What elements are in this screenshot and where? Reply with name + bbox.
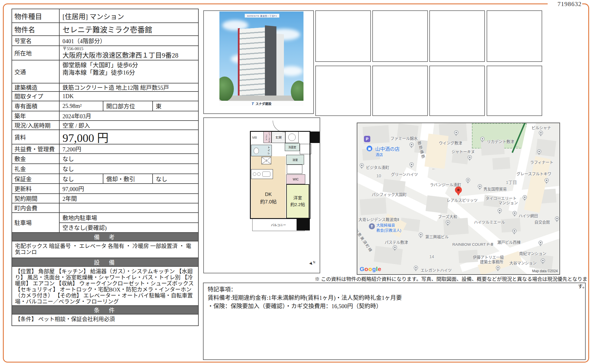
map-poi-pin-icon <box>480 137 485 141</box>
stove-icon <box>257 172 261 176</box>
map-building-block <box>374 246 403 265</box>
side-room <box>300 144 311 154</box>
parking-icon: P <box>364 136 370 142</box>
map-poi-pin-icon <box>544 178 549 182</box>
map-highlight-zone <box>424 134 448 169</box>
dk-label: DK <box>265 192 272 197</box>
table-row: 礼金なし <box>12 164 198 174</box>
map-label: グレースフルトキワ <box>517 171 551 176</box>
building-photo-box: SERENITE 難波西一丁目PJ T スナダ建設 <box>203 10 314 114</box>
photo-placeholder <box>429 10 485 62</box>
row-value-line: 御堂筋線「大国町」徒歩6分 <box>62 61 138 69</box>
building-photo: SERENITE 難波西一丁目PJ <box>219 12 303 101</box>
row-value: 7,200円 <box>60 144 198 153</box>
map-label: 14 <box>429 254 434 259</box>
row-label: 物件種目 <box>12 9 60 22</box>
map-label: ハイツルミエール <box>474 219 505 225</box>
row-label: 物件名 <box>12 23 60 35</box>
map-label: マンション <box>498 200 518 205</box>
builder-logo: T <box>252 102 254 106</box>
map-label: フーズ大和 <box>438 214 457 219</box>
map-building-block <box>426 195 449 214</box>
photo-placeholder <box>315 66 371 116</box>
section-header: 備 考 <box>12 233 198 241</box>
section-text: 【条件】 ペット相談・保証会社利用必須 <box>12 315 198 325</box>
row-cell: 25.98m² <box>60 101 103 111</box>
map: ←←P▣✝ファミール錦水山中酒の店酒店ウイング敷津シャトーキヌビジタル湊町グリー… <box>357 123 560 275</box>
entrance: 玄関 <box>272 132 285 143</box>
row-label: 所在地 <box>12 46 60 60</box>
row-value: セレニテ難波ミラク壱番館 <box>60 23 198 35</box>
row-value: なし <box>60 154 198 163</box>
washer-icon <box>288 134 296 141</box>
bedroom-size-label: 約2.2帖 <box>291 202 305 207</box>
map-poi-pin-icon <box>419 232 423 237</box>
table-row: 間取タイプ1DK <box>12 92 198 101</box>
mb-label: MB <box>252 136 257 139</box>
table-row: 交通御堂筋線「大国町」徒歩6分南海本線「難波」徒歩16分 <box>12 60 198 83</box>
entrance-door-arc <box>273 121 286 132</box>
wic-label: WIC <box>293 178 299 181</box>
map-poi-pin-icon <box>446 220 450 224</box>
property-location-pin-icon <box>455 186 462 193</box>
map-building-block <box>360 198 387 215</box>
table-row: 駐車場敷地内駐車場空きなし(要確認) <box>12 213 198 233</box>
map-label: ビルシャナ <box>532 125 551 130</box>
washer-space <box>285 132 299 143</box>
map-label: ウイング敷津 <box>439 140 462 146</box>
map-poi-pin-icon <box>468 155 472 159</box>
map-building-block <box>492 157 511 170</box>
balcony-label: バルコニー <box>271 223 286 227</box>
row-cell: 開口部方位 <box>103 101 152 111</box>
row-value: 〒556-0015大阪府大阪市浪速区敷津西１丁目9番28 <box>60 46 198 60</box>
church-pin-icon: ✝ <box>369 223 375 229</box>
toilet-label: トイレ <box>267 146 271 155</box>
row-label: 敷金 <box>12 154 60 163</box>
dk-size-label: 約7.0帖 <box>260 199 277 205</box>
photo-placeholder <box>315 10 371 62</box>
photo-placeholder <box>372 66 428 116</box>
map-label: 教会(宗教法人) <box>376 227 401 233</box>
row-label: 契約期間 <box>12 194 60 203</box>
row-value-line: 〒556-0015 <box>62 46 84 52</box>
map-poi-pin-icon <box>360 163 364 167</box>
table-row: 所在地〒556-0015大阪府大阪市浪速区敷津西１丁目9番28 <box>12 46 198 60</box>
map-poi-pin-icon <box>555 216 559 221</box>
map-poi-pin-icon <box>409 162 414 167</box>
map-poi-pin-icon <box>523 195 527 199</box>
special-notes-title: 特記事項： <box>208 285 581 294</box>
map-label: 1丁目 <box>506 179 517 185</box>
map-label: パステル敷津 <box>385 239 408 245</box>
map-label: ラフィナート <box>530 159 553 165</box>
table-row: 専有面積25.98m²開口部方位東 <box>12 101 198 111</box>
map-label: 南紀マンション <box>519 250 547 256</box>
map-poi-pin-icon <box>496 266 500 270</box>
table-row: 契約期間2年間 <box>12 194 198 203</box>
map-label: エレガントハイツ <box>421 267 452 273</box>
row-value-line: 南海本線「難波」徒歩16分 <box>62 69 135 76</box>
map-poi-pin-icon <box>498 208 502 213</box>
property-table: 物件種目[住居用] マンション物件名セレニテ難波ミラク壱番館号室名0401（4階… <box>12 9 199 326</box>
row-value: 97,000円 <box>60 184 198 193</box>
row-label: 交通 <box>12 60 60 83</box>
wall-block <box>310 132 320 143</box>
property-flyer-page: 7198632 物件種目[住居用] マンション物件名セレニテ難波ミラク壱番館号室… <box>0 0 592 364</box>
tree-right <box>291 81 303 101</box>
map-label: 大嵜レジデンス難波南Ⅱ <box>358 216 399 222</box>
shop-pin-icon: ▣ <box>367 146 372 151</box>
section-header: 設 備 <box>12 258 198 267</box>
map-label: 大阪純福音 <box>376 222 395 228</box>
photo-placeholder <box>429 66 485 116</box>
table-row: 建築構造鉄筋コンクリート造 地上12階 総戸数55戸 <box>12 83 198 92</box>
row-value: 1DK <box>60 92 198 101</box>
table-row: 更新料97,000円 <box>12 184 198 194</box>
table-row: 町内会費 <box>12 203 198 213</box>
row-label: 町内会費 <box>12 203 60 212</box>
row-subrows: 敷地内駐車場空きなし(要確認) <box>60 213 198 232</box>
map-poi-pin-icon <box>512 229 517 233</box>
section-text: 宅配ボックス 暗証番号 ・ エレベータ 各階有 ・ 冷暖房 一部設置済 ・ 電気… <box>12 241 198 258</box>
map-label: ファミール錦水 <box>390 135 418 141</box>
builder-banner: T スナダ建設 <box>219 101 303 106</box>
building-side-face <box>265 25 276 101</box>
special-notes-line: ・保険：保険要加入（要確認）・カギ交換費用：16,500円（契約時） <box>208 302 581 310</box>
